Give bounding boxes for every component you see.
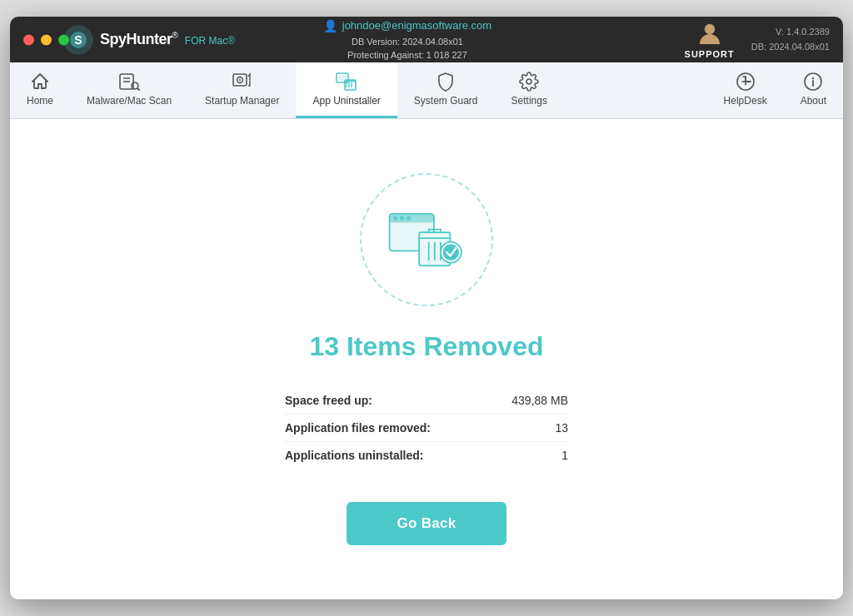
uninstaller-illustration (385, 206, 468, 273)
app-uninstaller-label: App Uninstaller (312, 95, 380, 107)
settings-label: Settings (511, 95, 547, 107)
support-section[interactable]: SUPPORT (668, 21, 735, 59)
malware-scan-label: Malware/Mac Scan (87, 95, 172, 107)
user-email: johndoe@enigmasoftware.com (342, 17, 491, 34)
helpdesk-icon (736, 72, 756, 92)
space-freed-value: 439,88 MB (511, 394, 568, 407)
apps-uninstalled-value: 1 (561, 449, 568, 462)
app-uninstaller-icon (336, 72, 357, 92)
protecting-label: Protecting Against: 1 018 227 (347, 50, 467, 60)
sidebar-item-home[interactable]: Home (10, 62, 70, 118)
version-label: V: 1.4.0.2389 (751, 25, 830, 40)
space-freed-label: Space freed up: (285, 394, 372, 407)
support-icon (696, 21, 723, 47)
stats-row-apps: Applications uninstalled: 1 (285, 442, 568, 469)
svg-point-33 (812, 77, 814, 79)
about-label: About (801, 95, 826, 107)
system-guard-icon (436, 72, 456, 92)
svg-point-38 (407, 216, 411, 221)
svg-point-36 (393, 216, 397, 221)
startup-manager-label: Startup Manager (205, 95, 279, 107)
main-content: 13 Items Removed Space freed up: 439,88 … (10, 119, 843, 599)
app-window: S SpyHunter® FOR Mac® 👤 johndoe@enigmaso… (10, 17, 843, 599)
logo-text: SpyHunter® FOR Mac® (100, 31, 235, 48)
sidebar-item-system-guard[interactable]: System Guard (397, 62, 495, 118)
sidebar-item-helpdesk[interactable]: HelpDesk (707, 62, 784, 118)
system-guard-label: System Guard (414, 95, 478, 107)
malware-scan-icon (118, 72, 140, 92)
svg-point-23 (526, 79, 531, 84)
logo-formac: FOR Mac® (185, 35, 235, 47)
svg-text:S: S (74, 33, 82, 47)
svg-rect-17 (338, 75, 347, 80)
titlebar: S SpyHunter® FOR Mac® 👤 johndoe@enigmaso… (10, 17, 843, 62)
files-removed-value: 13 (555, 421, 568, 435)
about-icon (803, 72, 823, 92)
go-back-button[interactable]: Go Back (347, 502, 506, 545)
stats-table: Space freed up: 439,88 MB Application fi… (285, 387, 568, 469)
traffic-lights (23, 34, 69, 45)
apps-uninstalled-label: Applications uninstalled: (285, 449, 423, 462)
sidebar-item-startup-manager[interactable]: Startup Manager (188, 62, 296, 118)
svg-point-37 (400, 216, 404, 221)
app-logo: S SpyHunter® FOR Mac® (63, 25, 235, 55)
files-removed-label: Application files removed: (285, 421, 431, 435)
svg-point-3 (705, 24, 715, 34)
svg-line-8 (137, 88, 139, 90)
navbar: Home Malware/Mac Scan S (10, 62, 843, 119)
user-email-row: 👤 johndoe@enigmasoftware.com (323, 17, 491, 35)
sidebar-item-about[interactable]: About (784, 62, 843, 118)
minimize-button[interactable] (41, 34, 52, 45)
svg-point-48 (443, 244, 460, 261)
items-removed-title: 13 Items Removed (309, 331, 543, 362)
support-label: SUPPORT (685, 49, 735, 59)
stats-row-space: Space freed up: 439,88 MB (285, 387, 568, 415)
sidebar-item-app-uninstaller[interactable]: App Uninstaller (296, 62, 397, 118)
nav-right: HelpDesk About (707, 62, 843, 118)
settings-icon (519, 72, 539, 92)
close-button[interactable] (23, 34, 34, 45)
home-icon (30, 72, 50, 92)
svg-point-11 (239, 79, 241, 81)
illustration-circle (360, 173, 493, 306)
maximize-button[interactable] (58, 34, 69, 45)
startup-manager-icon (232, 72, 253, 92)
version-info: V: 1.4.0.2389 DB: 2024.04.08x01 (751, 25, 830, 54)
stats-row-files: Application files removed: 13 (285, 415, 568, 442)
db-version-short: DB: 2024.04.08x01 (751, 40, 830, 55)
titlebar-center-info: 👤 johndoe@enigmasoftware.com DB Version:… (323, 17, 491, 62)
sidebar-item-settings[interactable]: Settings (495, 62, 564, 118)
home-label: Home (27, 95, 53, 107)
helpdesk-label: HelpDesk (724, 95, 767, 107)
sidebar-item-malware-scan[interactable]: Malware/Mac Scan (70, 62, 188, 118)
db-version-info: DB Version: 2024.04.08x01 Protecting Aga… (347, 35, 467, 62)
nav-spacer (564, 62, 707, 118)
user-icon: 👤 (323, 17, 337, 35)
db-version-label: DB Version: 2024.04.08x01 (352, 37, 463, 47)
